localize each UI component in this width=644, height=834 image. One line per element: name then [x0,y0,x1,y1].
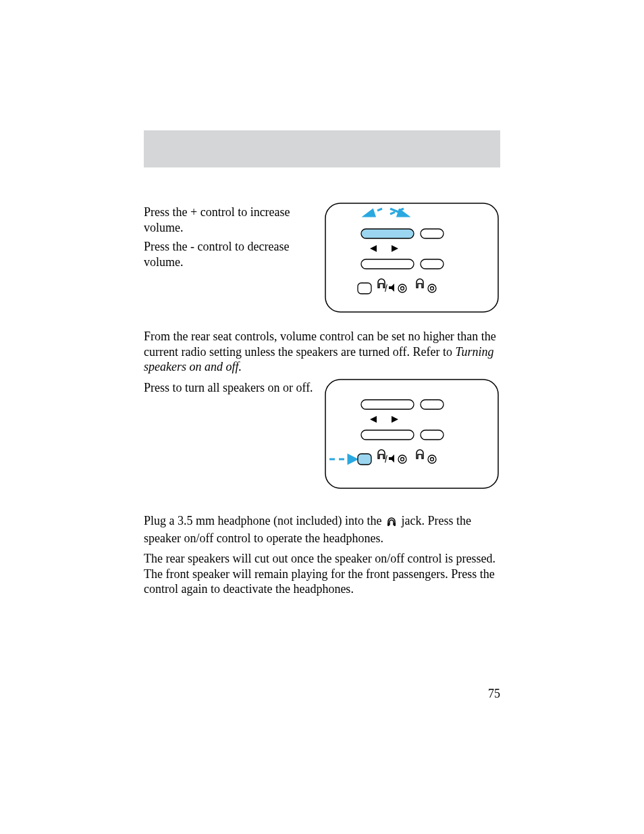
speaker-toggle-instruction: Press to turn all speakers on or off. [144,380,316,401]
page: Press the + control to increase volume. … [0,0,644,834]
svg-point-15 [398,284,406,292]
svg-rect-28 [358,454,371,465]
speaker-toggle-diagram: / [324,378,500,490]
headphone-behavior-text: The rear speakers will cut out once the … [144,551,500,597]
svg-rect-36 [394,523,396,526]
svg-marker-5 [398,210,408,216]
svg-point-34 [431,458,434,461]
svg-marker-23 [392,416,398,423]
svg-rect-21 [421,400,444,409]
svg-text:/: / [385,454,387,465]
svg-marker-27 [348,455,356,463]
svg-rect-11 [421,259,444,269]
decrease-volume-text: Press the - control to decrease volume. [144,239,316,269]
svg-point-18 [431,287,434,290]
svg-rect-25 [421,430,444,440]
headphone-plug-text: Plug a 3.5 mm headphone (not included) i… [144,513,500,546]
svg-point-16 [401,287,404,290]
note-text: From the rear seat controls, volume cont… [144,330,496,359]
speaker-toggle-text: Press to turn all speakers on or off. [144,380,316,396]
svg-point-32 [401,458,404,461]
svg-marker-2 [365,210,375,216]
svg-rect-7 [421,229,444,238]
svg-marker-9 [392,245,398,252]
svg-rect-6 [361,229,414,238]
volume-instructions: Press the + control to increase volume. … [144,205,316,273]
svg-rect-12 [358,283,371,294]
svg-rect-20 [361,400,414,409]
svg-rect-24 [361,430,414,440]
page-number: 75 [488,686,500,702]
svg-marker-30 [389,454,394,463]
volume-control-diagram: / [324,202,500,313]
svg-rect-19 [325,380,498,488]
svg-marker-22 [370,416,377,423]
svg-marker-14 [389,284,394,292]
svg-marker-8 [370,245,377,252]
svg-point-33 [428,455,436,463]
svg-point-17 [428,284,436,292]
headphone-instructions: Plug a 3.5 mm headphone (not included) i… [144,513,500,602]
svg-point-31 [398,455,406,463]
headphone-icon [386,515,397,531]
svg-rect-10 [361,259,414,269]
svg-rect-0 [325,203,498,312]
svg-rect-35 [387,523,390,526]
svg-text:/: / [385,283,387,294]
header-bar [144,130,500,167]
volume-limit-note: From the rear seat controls, volume cont… [144,329,500,380]
increase-volume-text: Press the + control to increase volume. [144,205,316,235]
